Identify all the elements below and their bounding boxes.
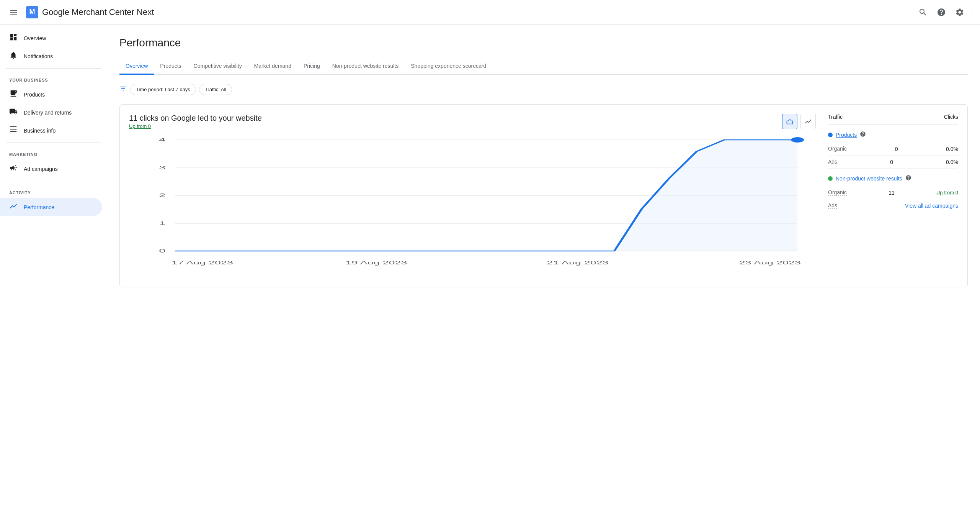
topbar-divider [972, 6, 972, 18]
main-content: Performance Overview Products Competitiv… [107, 25, 980, 523]
non-product-organic-row: Organic 11 Up from 0 [828, 186, 958, 199]
products-ads-row: Ads 0 0.0% [828, 156, 958, 169]
svg-point-11 [791, 137, 804, 143]
chart-svg-container: 4 3 2 1 0 17 Aug 2023 19 Aug 2023 [129, 132, 816, 278]
traffic-filter[interactable]: Traffic: All [199, 84, 232, 95]
overview-icon [9, 33, 18, 43]
sidebar-item-business-label: Business info [24, 128, 56, 134]
tab-pricing[interactable]: Pricing [297, 58, 326, 75]
products-group-title: Products [828, 131, 958, 139]
divider-3 [6, 181, 101, 181]
time-period-filter[interactable]: Time period: Last 7 days [130, 84, 196, 95]
traffic-label: Traffic: All [205, 87, 226, 92]
traffic-group-products: Products Organic 0 0.0% Ads 0 0.0% [828, 131, 958, 169]
sidebar-item-performance[interactable]: Performance [0, 198, 102, 216]
non-product-organic-label: Organic [828, 189, 847, 196]
products-help-icon[interactable] [860, 131, 866, 139]
settings-icon [955, 8, 964, 17]
tab-market[interactable]: Market demand [248, 58, 297, 75]
sidebar-item-delivery-label: Delivery and returns [24, 110, 72, 116]
filter-bar: Time period: Last 7 days Traffic: All [119, 84, 968, 95]
tab-overview[interactable]: Overview [119, 58, 154, 75]
help-button[interactable] [934, 5, 949, 20]
sidebar-item-overview-label: Overview [24, 35, 46, 41]
settings-button[interactable] [952, 5, 967, 20]
products-dot [828, 133, 833, 137]
sidebar-item-performance-label: Performance [24, 204, 54, 210]
sidebar-item-notifications[interactable]: Notifications [0, 47, 102, 65]
time-period-label: Time period: Last 7 days [136, 87, 190, 92]
products-link[interactable]: Products [836, 132, 857, 138]
logo-container: M Google Merchant Center Next [26, 6, 154, 18]
delivery-icon [9, 107, 18, 118]
help-icon [937, 8, 946, 17]
line-chart-icon [804, 118, 812, 125]
sidebar-item-products[interactable]: Products [0, 85, 102, 103]
products-icon [9, 89, 18, 100]
chart-card: 11 clicks on Google led to your website … [119, 104, 968, 287]
chart-svg: 4 3 2 1 0 17 Aug 2023 19 Aug 2023 [129, 132, 816, 278]
sidebar-item-overview[interactable]: Overview [0, 29, 102, 47]
chart-title: 11 clicks on Google led to your website [129, 114, 262, 123]
products-ads-value: 0 [890, 159, 893, 165]
sidebar: Overview Notifications YOUR BUSINESS Pro… [0, 25, 107, 523]
non-product-organic-value: 11 [889, 190, 895, 196]
performance-icon [9, 202, 18, 212]
topbar-actions [915, 5, 974, 20]
svg-text:21 Aug 2023: 21 Aug 2023 [547, 260, 609, 266]
page-title: Performance [119, 37, 968, 49]
products-ads-clicks: 0.0% [946, 159, 958, 165]
activity-label: ACTIVITY [0, 184, 107, 198]
products-organic-clicks: 0.0% [946, 146, 958, 152]
clicks-col-label: Clicks [944, 114, 958, 120]
tab-non-product[interactable]: Non-product website results [326, 58, 405, 75]
sidebar-item-notifications-label: Notifications [24, 53, 53, 59]
non-product-link[interactable]: Non-product website results [836, 175, 902, 182]
chart-toolbar [782, 114, 816, 129]
your-business-label: YOUR BUSINESS [0, 72, 107, 85]
search-button[interactable] [915, 5, 931, 20]
sidebar-item-business-info[interactable]: Business info [0, 121, 102, 139]
divider-2 [6, 143, 101, 143]
non-product-ads-label: Ads [828, 202, 837, 209]
products-organic-label: Organic [828, 146, 847, 152]
view-all-campaigns-link[interactable]: View all ad campaigns [905, 203, 958, 209]
traffic-table-header: Traffic Clicks [828, 114, 958, 125]
hamburger-menu-button[interactable] [6, 5, 21, 20]
tab-competitive[interactable]: Competitive visibility [188, 58, 248, 75]
area-chart-icon [786, 118, 794, 125]
main-layout: Overview Notifications YOUR BUSINESS Pro… [0, 25, 980, 523]
traffic-group-non-product: Non-product website results Organic 11 U… [828, 175, 958, 212]
tab-shopping[interactable]: Shopping experience scorecard [405, 58, 492, 75]
non-product-dot [828, 176, 833, 181]
area-chart-button[interactable] [782, 114, 797, 129]
filter-icon [119, 85, 127, 94]
divider-1 [6, 68, 101, 69]
line-chart-button[interactable] [800, 114, 816, 129]
svg-text:3: 3 [159, 165, 165, 171]
traffic-col-label: Traffic [828, 114, 843, 120]
non-product-ads-row: Ads View all ad campaigns [828, 199, 958, 212]
sidebar-item-ad-campaigns[interactable]: Ad campaigns [0, 160, 102, 178]
performance-tabs: Overview Products Competitive visibility… [119, 58, 968, 75]
products-organic-value: 0 [895, 146, 898, 152]
svg-text:1: 1 [159, 220, 165, 226]
marketing-label: MARKETING [0, 146, 107, 160]
tab-products[interactable]: Products [154, 58, 187, 75]
notifications-icon [9, 51, 18, 61]
products-organic-row: Organic 0 0.0% [828, 143, 958, 156]
chart-area: 11 clicks on Google led to your website … [129, 114, 816, 278]
chart-subtitle[interactable]: Up from 0 [129, 123, 262, 129]
svg-text:0: 0 [159, 248, 165, 254]
non-product-help-icon[interactable] [905, 175, 911, 182]
chart-header: 11 clicks on Google led to your website … [129, 114, 262, 129]
products-ads-label: Ads [828, 159, 837, 165]
logo-icon: M [26, 6, 38, 18]
app-title: Google Merchant Center Next [42, 7, 154, 17]
business-icon [9, 125, 18, 136]
svg-text:4: 4 [159, 137, 165, 143]
sidebar-item-delivery[interactable]: Delivery and returns [0, 103, 102, 121]
sidebar-item-ad-campaigns-label: Ad campaigns [24, 166, 58, 172]
ad-campaigns-icon [9, 164, 18, 174]
topbar: M Google Merchant Center Next [0, 0, 980, 25]
